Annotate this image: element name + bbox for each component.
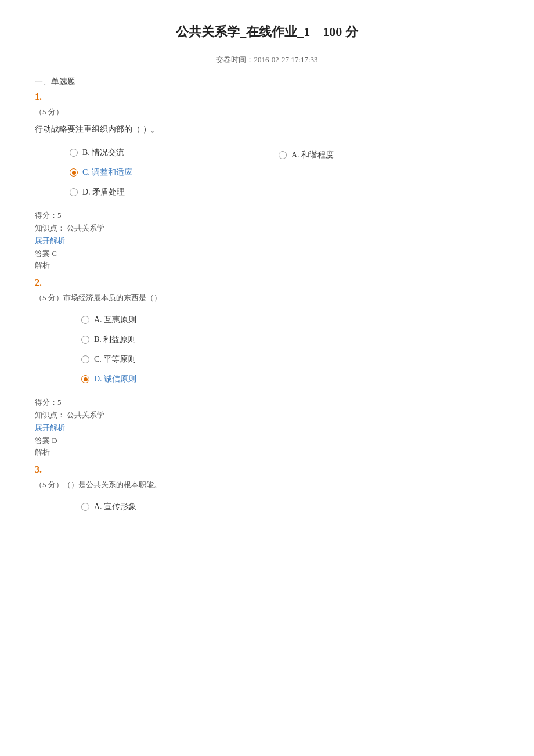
question-score-2: （5 分）市场经济最本质的东西是（） [35, 293, 499, 303]
radio-1-C [70, 168, 78, 177]
answer-1: 答案 C [35, 249, 499, 259]
option-label-1-C: C. 调整和适应 [82, 167, 132, 178]
expand-analysis-1[interactable]: 展开解析 [35, 236, 499, 246]
score-got-1: 得分：5 [35, 210, 499, 221]
radio-2-B [81, 336, 89, 344]
expand-analysis-2[interactable]: 展开解析 [35, 423, 499, 433]
option-label-1-D: D. 矛盾处理 [82, 187, 125, 197]
result-section-1: 得分：5 知识点： 公共关系学 展开解析 答案 C 解析 [35, 210, 499, 271]
question-score-3: （5 分）（）是公共关系的根本职能。 [35, 480, 499, 490]
result-section-2: 得分：5 知识点： 公共关系学 展开解析 答案 D 解析 [35, 397, 499, 458]
radio-1-B [70, 149, 78, 157]
option-label-3-A: A. 宣传形象 [94, 502, 136, 512]
option-1-A[interactable]: A. 和谐程度 [267, 145, 499, 165]
radio-3-A [81, 503, 89, 511]
option-label-1-B: B. 情况交流 [82, 147, 124, 158]
option-2-B[interactable]: B. 利益原则 [35, 330, 499, 350]
question-block-3: 3. （5 分）（）是公共关系的根本职能。 A. 宣传形象 [35, 465, 499, 517]
option-1-D[interactable]: D. 矛盾处理 [35, 182, 267, 202]
question-number-1: 1. [35, 92, 499, 102]
question-block-2: 2. （5 分）市场经济最本质的东西是（） A. 互惠原则 B. 利益原则 C.… [35, 278, 499, 458]
option-2-C[interactable]: C. 平等原则 [35, 350, 499, 369]
option-2-A[interactable]: A. 互惠原则 [35, 310, 499, 330]
option-label-2-B: B. 利益原则 [94, 334, 136, 345]
option-label-2-D: D. 诚信原则 [94, 374, 136, 384]
section-label: 一、单选题 [35, 77, 499, 87]
option-label-2-A: A. 互惠原则 [94, 315, 136, 325]
option-label-2-C: C. 平等原则 [94, 354, 136, 365]
radio-2-A [81, 316, 89, 324]
question-number-2: 2. [35, 278, 499, 288]
analysis-1: 解析 [35, 260, 499, 271]
question-block-1: 1. （5 分） 行动战略要注重组织内部的（ ）。 B. 情况交流 C. 调整和… [35, 92, 499, 271]
option-2-D[interactable]: D. 诚信原则 [35, 369, 499, 389]
option-label-1-A: A. 和谐程度 [291, 150, 334, 160]
radio-1-A [279, 151, 287, 159]
knowledge-2: 知识点： 公共关系学 [35, 410, 499, 420]
analysis-2: 解析 [35, 447, 499, 458]
answer-2: 答案 D [35, 435, 499, 446]
radio-2-C [81, 355, 89, 363]
page-title: 公共关系学_在线作业_1 100 分 [35, 23, 499, 41]
question-number-3: 3. [35, 465, 499, 475]
question-score-1: （5 分） [35, 107, 499, 117]
knowledge-1: 知识点： 公共关系学 [35, 223, 499, 233]
submit-time: 交卷时间：2016-02-27 17:17:33 [35, 55, 499, 65]
question-text-1: 行动战略要注重组织内部的（ ）。 [35, 124, 499, 135]
score-got-2: 得分：5 [35, 397, 499, 408]
option-1-C[interactable]: C. 调整和适应 [35, 163, 267, 182]
radio-2-D [81, 375, 89, 383]
option-1-B[interactable]: B. 情况交流 [35, 143, 267, 163]
option-3-A[interactable]: A. 宣传形象 [35, 497, 499, 517]
radio-1-D [70, 188, 78, 196]
